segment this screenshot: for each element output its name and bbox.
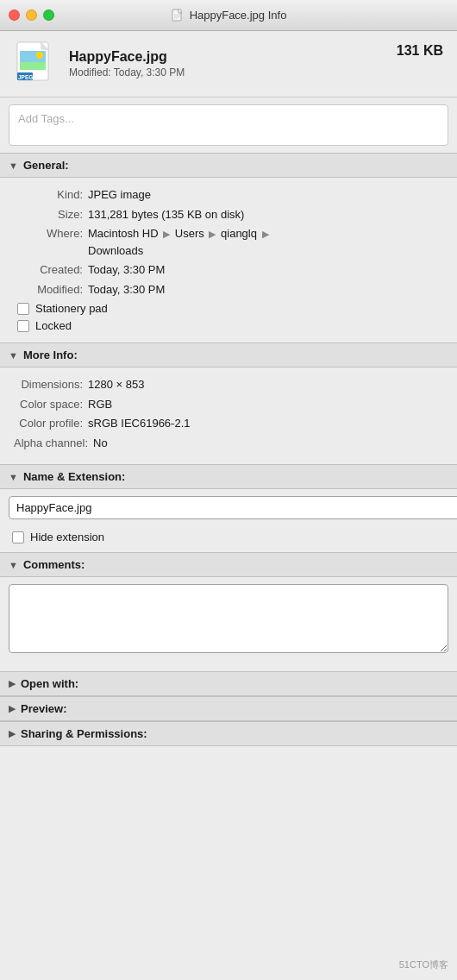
- comments-section-body: [0, 577, 457, 671]
- alpha-label: Alpha channel:: [14, 435, 88, 452]
- more-info-section-header[interactable]: More Info:: [0, 342, 457, 368]
- colorspace-label: Color space:: [14, 396, 83, 413]
- general-section-header[interactable]: General:: [0, 153, 457, 178]
- colorspace-row: Color space: RGB: [14, 396, 443, 413]
- locked-row[interactable]: Locked: [17, 319, 443, 332]
- colorspace-value: RGB: [88, 396, 443, 413]
- colorprofile-value: sRGB IEC61966-2.1: [88, 415, 443, 432]
- sharing-section-header[interactable]: Sharing & Permissions:: [0, 721, 457, 746]
- general-section-title: General:: [23, 159, 69, 172]
- minimize-button[interactable]: [26, 9, 37, 21]
- path-arrow-icon: ▶: [163, 229, 170, 239]
- jpeg-icon: JPEG: [14, 41, 59, 86]
- tags-placeholder: Add Tags...: [18, 112, 74, 125]
- kind-value: JPEG image: [88, 186, 443, 204]
- path-arrow-icon-3: ▶: [262, 229, 269, 239]
- dimensions-row: Dimensions: 1280 × 853: [14, 376, 443, 393]
- open-with-triangle-icon: [9, 678, 16, 689]
- hide-extension-row[interactable]: Hide extension: [3, 531, 457, 543]
- colorprofile-row: Color profile: sRGB IEC61966-2.1: [14, 415, 443, 432]
- file-info: HappyFace.jpg Modified: Today, 3:30 PM: [69, 49, 386, 79]
- more-info-triangle-icon: [9, 350, 18, 361]
- alpha-value: No: [93, 435, 443, 452]
- maximize-button[interactable]: [43, 9, 54, 21]
- file-size: 131 KB: [397, 43, 443, 59]
- stationery-label: Stationery pad: [35, 302, 108, 315]
- more-info-section-title: More Info:: [23, 349, 78, 361]
- window-title: HappyFace.jpg Info: [190, 9, 287, 22]
- locked-checkbox[interactable]: [17, 320, 29, 332]
- comments-textarea[interactable]: [9, 584, 448, 653]
- comments-section-title: Comments:: [23, 558, 85, 571]
- file-header: JPEG HappyFace.jpg Modified: Today, 3:30…: [0, 31, 457, 97]
- svg-point-9: [36, 52, 43, 59]
- created-row: Created: Today, 3:30 PM: [14, 261, 443, 279]
- modified-value: Today, 3:30 PM: [88, 281, 443, 298]
- traffic-lights[interactable]: [9, 9, 54, 21]
- hide-extension-label: Hide extension: [30, 531, 104, 543]
- created-value: Today, 3:30 PM: [88, 261, 443, 279]
- name-section-header[interactable]: Name & Extension:: [0, 464, 457, 489]
- more-info-section-body: Dimensions: 1280 × 853 Color space: RGB …: [0, 368, 457, 464]
- sharing-section-title: Sharing & Permissions:: [21, 727, 147, 740]
- stationery-row[interactable]: Stationery pad: [17, 302, 443, 315]
- created-label: Created:: [14, 261, 83, 279]
- dimensions-value: 1280 × 853: [88, 376, 443, 393]
- stationery-checkbox[interactable]: [17, 303, 29, 315]
- filename-input[interactable]: [9, 496, 457, 519]
- path-arrow-icon-2: ▶: [209, 229, 216, 239]
- where-label: Where:: [14, 225, 83, 259]
- name-triangle-icon: [9, 472, 18, 482]
- svg-text:JPEG: JPEG: [18, 74, 33, 80]
- hide-extension-checkbox[interactable]: [12, 531, 24, 543]
- alpha-row: Alpha channel: No: [14, 435, 443, 452]
- dimensions-label: Dimensions:: [14, 376, 83, 393]
- file-icon: JPEG: [14, 41, 59, 86]
- preview-section-header[interactable]: Preview:: [0, 696, 457, 721]
- watermark: 51CTO博客: [399, 958, 448, 971]
- modified-row: Modified: Today, 3:30 PM: [14, 281, 443, 298]
- title-bar: HappyFace.jpg Info: [0, 0, 457, 31]
- general-section-body: Kind: JPEG image Size: 131,281 bytes (13…: [0, 178, 457, 342]
- svg-rect-0: [172, 9, 181, 21]
- colorprofile-label: Color profile:: [14, 415, 83, 432]
- comments-section-header[interactable]: Comments:: [0, 552, 457, 577]
- close-button[interactable]: [9, 9, 20, 21]
- open-with-section-title: Open with:: [21, 677, 78, 690]
- size-row: Size: 131,281 bytes (135 KB on disk): [14, 206, 443, 223]
- kind-row: Kind: JPEG image: [14, 186, 443, 204]
- open-with-section-header[interactable]: Open with:: [0, 671, 457, 696]
- file-name: HappyFace.jpg: [69, 49, 386, 65]
- kind-label: Kind:: [14, 186, 83, 204]
- title-document-icon: [171, 9, 185, 22]
- title-bar-content: HappyFace.jpg Info: [171, 9, 287, 22]
- modified-label: Modified:: [14, 281, 83, 298]
- where-row: Where: Macintosh HD ▶ Users ▶ qianglq ▶D…: [14, 225, 443, 259]
- name-section-body: Hide extension: [0, 489, 457, 552]
- tags-input[interactable]: Add Tags...: [9, 104, 448, 146]
- name-section-title: Name & Extension:: [23, 470, 125, 483]
- comments-triangle-icon: [9, 560, 18, 570]
- size-value: 131,281 bytes (135 KB on disk): [88, 206, 443, 223]
- svg-rect-8: [20, 62, 46, 70]
- locked-label: Locked: [35, 319, 72, 332]
- general-triangle-icon: [9, 160, 18, 171]
- file-modified: Modified: Today, 3:30 PM: [69, 66, 386, 79]
- size-label: Size:: [14, 206, 83, 223]
- where-value: Macintosh HD ▶ Users ▶ qianglq ▶Download…: [88, 225, 443, 259]
- sharing-triangle-icon: [9, 728, 16, 739]
- preview-triangle-icon: [9, 703, 16, 714]
- preview-section-title: Preview:: [21, 702, 66, 715]
